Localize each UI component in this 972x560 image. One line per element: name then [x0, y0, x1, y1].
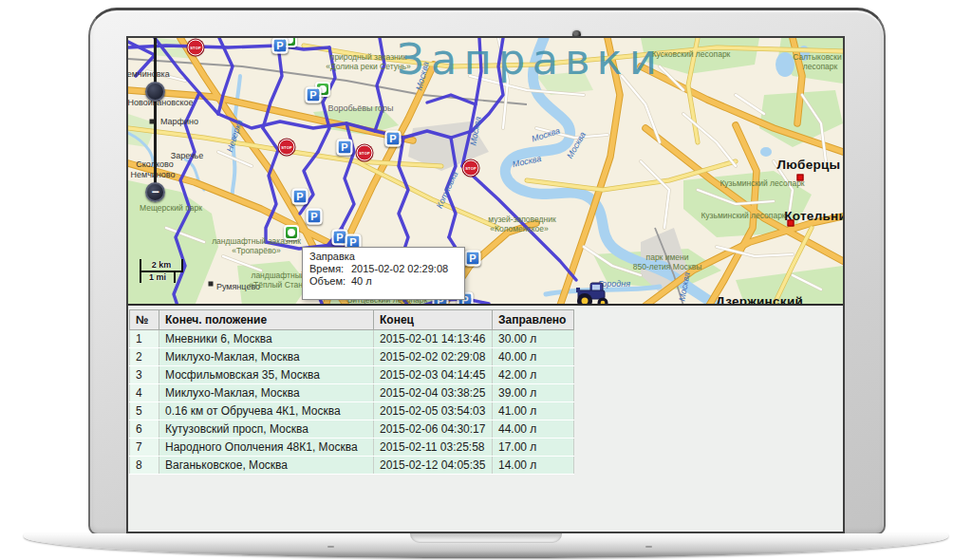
fuel-stop-marker-icon[interactable]: P: [465, 251, 481, 267]
volume-cell: 30.00 л: [493, 330, 574, 348]
tooltip-time-label: Время:: [309, 263, 351, 275]
report-area: № Конеч. положение Конец Заправлено 1Мне…: [128, 308, 843, 532]
stop-marker-icon[interactable]: STOP: [279, 140, 295, 156]
map-label: Кузьминский лесопарк: [720, 178, 804, 188]
zoom-slider-knob[interactable]: [145, 82, 165, 102]
map-title-overlay: Заправки: [397, 38, 664, 84]
row-number-cell: 3: [130, 366, 159, 384]
app-screen: Заправки НемчиновкаНовоивановскоеМарфино…: [126, 36, 845, 533]
map-label: Воробьёвы горы: [327, 103, 393, 113]
fuel-stop-marker-icon[interactable]: P: [292, 189, 308, 205]
table-row[interactable]: 7Народного Ополчения 48К1, Москва2015-02…: [130, 439, 574, 457]
map-label: парк имени: [646, 252, 689, 262]
map-label: 850-летия Москвы: [633, 262, 702, 271]
col-header-volume: Заправлено: [493, 310, 574, 330]
refuel-table-head: № Конеч. положение Конец Заправлено: [130, 310, 574, 330]
zoom-control: −: [145, 38, 166, 205]
fuel-stop-marker-icon[interactable]: P: [272, 38, 289, 54]
refuel-table-body: 1Мневники 6, Москва2015-02-01 14:13:4630…: [130, 330, 574, 475]
location-cell: Мосфильмовская 35, Москва: [159, 366, 374, 384]
row-number-cell: 2: [130, 348, 159, 366]
end-time-cell: 2015-02-04 03:38:25: [374, 384, 493, 402]
col-header-location: Конеч. положение: [159, 310, 374, 330]
town-marker: [209, 282, 214, 287]
table-row[interactable]: 2Миклухо-Маклая, Москва2015-02-02 02:29:…: [130, 348, 574, 366]
city-marker: [788, 220, 794, 227]
refuel-table: № Конеч. положение Конец Заправлено 1Мне…: [129, 309, 574, 475]
scale-mi: 1 mi: [140, 271, 176, 283]
laptop-hinge-notch: [410, 533, 562, 543]
laptop-base: [24, 533, 948, 558]
tooltip-time-value: 2015-02-02 02:29:08: [351, 263, 448, 274]
zoom-out-button[interactable]: −: [145, 182, 165, 202]
table-row[interactable]: 50.16 км от Обручева 4К1, Москва2015-02-…: [130, 402, 574, 420]
map-label: ландшафтный: [251, 271, 305, 280]
table-row[interactable]: 8Ваганьковское, Москва2015-02-12 04:05:3…: [130, 457, 574, 475]
location-cell: Мневники 6, Москва: [159, 330, 374, 348]
map-label: Салтыковски: [793, 52, 842, 62]
base-detail: [327, 546, 334, 548]
map-canvas[interactable]: Заправки НемчиновкаНовоивановскоеМарфино…: [128, 38, 843, 306]
location-cell: Народного Ополчения 48К1, Москва: [159, 439, 374, 457]
base-detail: [645, 546, 652, 548]
city-marker: [797, 175, 804, 181]
fuel-stop-marker-icon[interactable]: P: [337, 140, 353, 156]
row-number-cell: 8: [130, 457, 159, 475]
end-time-cell: 2015-02-12 04:05:35: [374, 457, 493, 475]
end-time-cell: 2015-02-11 03:25:58: [374, 439, 493, 457]
volume-cell: 41.00 л: [493, 402, 574, 420]
volume-cell: 17.00 л: [493, 439, 574, 457]
fuel-stop-marker-icon[interactable]: P: [306, 87, 322, 103]
map-label: Дзержинский: [716, 294, 803, 307]
location-cell: 0.16 км от Обручева 4К1, Москва: [159, 402, 374, 420]
tooltip-row-volume: Объем:40 л: [309, 275, 458, 288]
map-scale: 2 km 1 mi: [140, 259, 183, 283]
location-cell: Миклухо-Маклая, Москва: [159, 384, 374, 402]
row-number-cell: 4: [130, 384, 159, 402]
stop-marker-icon[interactable]: STOP: [357, 145, 373, 161]
end-time-cell: 2015-02-01 14:13:46: [374, 330, 493, 348]
volume-cell: 39.00 л: [493, 384, 574, 402]
col-header-number: №: [130, 310, 159, 330]
tooltip-row-time: Время:2015-02-02 02:29:08: [309, 263, 458, 275]
row-number-cell: 6: [130, 420, 159, 439]
map-label: лесопарк: [803, 62, 838, 71]
start-marker-icon[interactable]: [284, 225, 299, 240]
map-label: «Коломенское»: [490, 224, 549, 233]
tooltip-volume-value: 40 л: [351, 275, 372, 287]
location-cell: Миклухо-Маклая, Москва: [159, 348, 374, 366]
row-number-cell: 1: [130, 330, 159, 348]
map-label: «Тёплый Стан»: [249, 280, 308, 289]
map-label: Кусковский лесопарк: [652, 49, 731, 59]
map-label: Люберцы: [777, 158, 841, 172]
zoom-slider-track[interactable]: [154, 38, 157, 195]
volume-cell: 44.00 л: [493, 420, 574, 439]
map-label: музей-заповедник: [488, 215, 555, 224]
tooltip-volume-label: Объем:: [309, 275, 351, 288]
table-row[interactable]: 4Миклухо-Маклая, Москва2015-02-04 03:38:…: [130, 384, 574, 402]
map-label: «Тропарёво»: [232, 246, 281, 255]
end-time-cell: 2015-02-02 02:29:08: [374, 348, 493, 366]
map-label: Кузьминский лесопарк: [701, 211, 785, 220]
stop-marker-icon[interactable]: STOP: [188, 40, 204, 56]
stop-marker-icon[interactable]: STOP: [463, 160, 479, 177]
location-cell: Ваганьковское, Москва: [159, 457, 374, 475]
end-time-cell: 2015-02-03 04:14:45: [374, 366, 493, 384]
fuel-stop-marker-icon[interactable]: P: [307, 209, 323, 225]
map-label: природный заказник: [330, 52, 406, 62]
map-label: Заречье: [171, 151, 204, 160]
table-row[interactable]: 6Кутузовский просп, Москва2015-02-06 04:…: [130, 420, 574, 439]
row-number-cell: 5: [130, 402, 159, 420]
volume-cell: 42.00 л: [493, 366, 574, 384]
end-time-cell: 2015-02-05 03:54:03: [374, 402, 493, 420]
fuel-stop-marker-icon[interactable]: P: [385, 131, 402, 147]
refuel-tooltip: Заправка Время:2015-02-02 02:29:08 Объем…: [302, 247, 465, 300]
volume-cell: 40.00 л: [493, 348, 574, 366]
volume-cell: 14.00 л: [493, 457, 574, 475]
row-number-cell: 7: [130, 439, 159, 457]
tooltip-title: Заправка: [309, 251, 458, 263]
table-row[interactable]: 1Мневники 6, Москва2015-02-01 14:13:4630…: [130, 330, 574, 348]
end-time-cell: 2015-02-06 04:30:17: [374, 420, 493, 439]
col-header-end-time: Конец: [374, 310, 493, 330]
table-row[interactable]: 3Мосфильмовская 35, Москва2015-02-03 04:…: [130, 366, 574, 384]
